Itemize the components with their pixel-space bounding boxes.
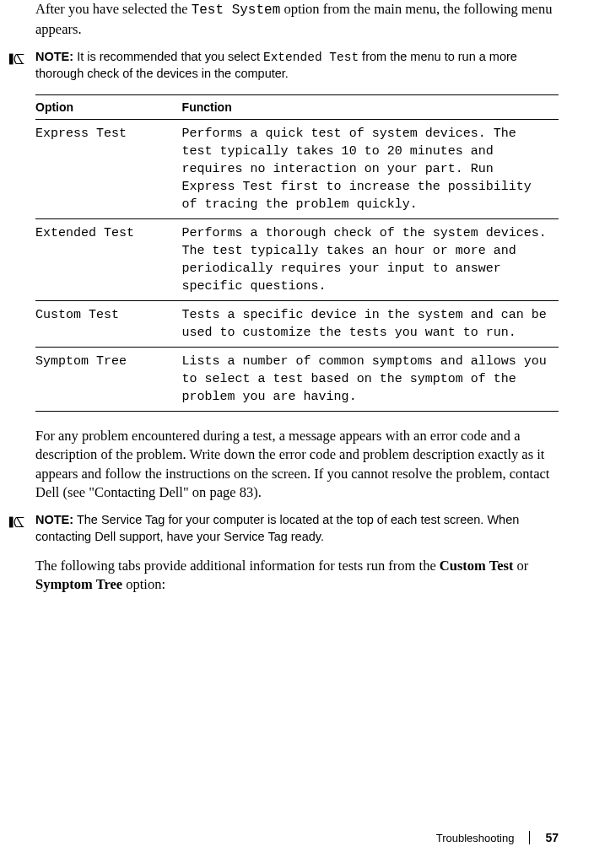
cell-function: Performs a quick test of system devices.… — [182, 119, 559, 218]
cell-option: Symptom Tree — [35, 347, 182, 411]
cell-function: Lists a number of common symptoms and al… — [182, 347, 559, 411]
cell-option: Express Test — [35, 119, 182, 218]
header-option: Option — [35, 94, 182, 119]
footer-section: Troubleshooting — [436, 832, 515, 844]
table-header-row: Option Function — [35, 94, 559, 119]
cell-option: Extended Test — [35, 218, 182, 300]
para3-b1: Custom Test — [440, 558, 514, 574]
header-function: Function — [182, 94, 559, 119]
note-icon — [8, 513, 27, 531]
footer-separator — [529, 831, 530, 844]
paragraph-3: The following tabs provide additional in… — [35, 557, 559, 595]
svg-rect-1 — [9, 517, 14, 528]
intro-code: Test System — [192, 3, 281, 18]
note-2-text: NOTE: The Service Tag for your computer … — [35, 512, 559, 545]
cell-function: Performs a thorough check of the system … — [182, 218, 559, 300]
table-row: Symptom Tree Lists a number of common sy… — [35, 347, 559, 411]
para3-pre: The following tabs provide additional in… — [35, 558, 440, 574]
para3-post: option: — [122, 576, 165, 592]
note1-pre: It is recommended that you select — [73, 50, 263, 63]
note-icon — [8, 50, 27, 68]
para3-mid: or — [513, 558, 528, 574]
page-footer: Troubleshooting 57 — [436, 831, 559, 844]
table-row: Express Test Performs a quick test of sy… — [35, 119, 559, 218]
cell-option: Custom Test — [35, 300, 182, 347]
note-block-1: NOTE: It is recommended that you select … — [35, 49, 559, 83]
table-row: Extended Test Performs a thorough check … — [35, 218, 559, 300]
para3-b2: Symptom Tree — [35, 576, 122, 592]
intro-paragraph: After you have selected the Test System … — [35, 0, 559, 39]
svg-rect-0 — [9, 53, 14, 64]
intro-pre: After you have selected the — [35, 1, 192, 17]
note1-code: Extended Test — [263, 51, 359, 64]
footer-page-number: 57 — [545, 831, 559, 844]
table-row: Custom Test Tests a specific device in t… — [35, 300, 559, 347]
note-label: NOTE: — [35, 513, 73, 526]
options-table: Option Function Express Test Performs a … — [35, 94, 559, 412]
cell-function: Tests a specific device in the system an… — [182, 300, 559, 347]
paragraph-2: For any problem encountered during a tes… — [35, 427, 559, 502]
note2-body: The Service Tag for your computer is loc… — [35, 513, 519, 543]
note-label: NOTE: — [35, 50, 73, 63]
note-1-text: NOTE: It is recommended that you select … — [35, 49, 559, 83]
note-block-2: NOTE: The Service Tag for your computer … — [35, 512, 559, 545]
